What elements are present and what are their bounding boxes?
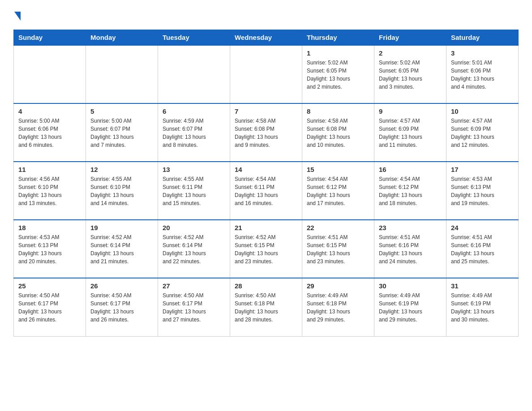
day-info: Sunrise: 4:57 AMSunset: 6:09 PMDaylight:… [379, 117, 442, 149]
day-number: 16 [379, 166, 442, 173]
calendar-cell: 2Sunrise: 5:02 AMSunset: 6:05 PMDaylight… [374, 45, 446, 103]
calendar-cell: 17Sunrise: 4:53 AMSunset: 6:13 PMDayligh… [446, 162, 519, 220]
day-number: 5 [90, 107, 153, 115]
day-number: 20 [163, 224, 225, 231]
calendar-cell: 30Sunrise: 4:49 AMSunset: 6:19 PMDayligh… [374, 278, 446, 336]
calendar-cell: 19Sunrise: 4:52 AMSunset: 6:14 PMDayligh… [86, 220, 158, 278]
day-header-friday: Friday [374, 30, 446, 46]
day-header-tuesday: Tuesday [158, 30, 230, 46]
calendar-cell [86, 45, 158, 103]
calendar-cell: 23Sunrise: 4:51 AMSunset: 6:16 PMDayligh… [374, 220, 446, 278]
day-number: 22 [307, 224, 369, 231]
calendar-cell: 27Sunrise: 4:50 AMSunset: 6:17 PMDayligh… [158, 278, 230, 336]
day-info: Sunrise: 4:49 AMSunset: 6:18 PMDaylight:… [307, 291, 369, 324]
day-info: Sunrise: 4:52 AMSunset: 6:14 PMDaylight:… [90, 233, 153, 265]
day-number: 17 [451, 166, 514, 173]
calendar-cell: 10Sunrise: 4:57 AMSunset: 6:09 PMDayligh… [446, 103, 519, 162]
calendar-cell [230, 45, 302, 103]
calendar-cell: 29Sunrise: 4:49 AMSunset: 6:18 PMDayligh… [302, 278, 374, 336]
calendar-cell: 14Sunrise: 4:54 AMSunset: 6:11 PMDayligh… [230, 162, 302, 220]
day-info: Sunrise: 4:53 AMSunset: 6:13 PMDaylight:… [451, 175, 514, 207]
calendar-cell [158, 45, 230, 103]
calendar-cell: 11Sunrise: 4:56 AMSunset: 6:10 PMDayligh… [14, 162, 86, 220]
day-info: Sunrise: 4:58 AMSunset: 6:08 PMDaylight:… [235, 117, 297, 149]
day-number: 19 [90, 224, 153, 231]
calendar-week-5: 25Sunrise: 4:50 AMSunset: 6:17 PMDayligh… [14, 278, 519, 336]
calendar-cell: 26Sunrise: 4:50 AMSunset: 6:17 PMDayligh… [86, 278, 158, 336]
day-info: Sunrise: 5:00 AMSunset: 6:07 PMDaylight:… [90, 117, 153, 149]
day-info: Sunrise: 4:54 AMSunset: 6:12 PMDaylight:… [307, 175, 369, 207]
calendar-cell: 31Sunrise: 4:49 AMSunset: 6:19 PMDayligh… [446, 278, 519, 336]
day-info: Sunrise: 4:51 AMSunset: 6:16 PMDaylight:… [379, 233, 442, 265]
day-header-monday: Monday [86, 30, 158, 46]
day-number: 30 [379, 282, 442, 290]
calendar-week-3: 11Sunrise: 4:56 AMSunset: 6:10 PMDayligh… [14, 162, 519, 220]
calendar-cell: 15Sunrise: 4:54 AMSunset: 6:12 PMDayligh… [302, 162, 374, 220]
calendar-cell: 28Sunrise: 4:50 AMSunset: 6:18 PMDayligh… [230, 278, 302, 336]
day-number: 21 [235, 224, 297, 231]
calendar-cell: 13Sunrise: 4:55 AMSunset: 6:11 PMDayligh… [158, 162, 230, 220]
day-number: 9 [379, 107, 442, 115]
calendar-cell: 6Sunrise: 4:59 AMSunset: 6:07 PMDaylight… [158, 103, 230, 162]
logo-triangle-icon [14, 12, 21, 21]
calendar-cell: 16Sunrise: 4:54 AMSunset: 6:12 PMDayligh… [374, 162, 446, 220]
day-info: Sunrise: 4:56 AMSunset: 6:10 PMDaylight:… [18, 175, 81, 207]
calendar-week-4: 18Sunrise: 4:53 AMSunset: 6:13 PMDayligh… [14, 220, 519, 278]
calendar-cell: 8Sunrise: 4:58 AMSunset: 6:08 PMDaylight… [302, 103, 374, 162]
day-number: 3 [451, 49, 514, 57]
day-info: Sunrise: 4:57 AMSunset: 6:09 PMDaylight:… [451, 117, 514, 149]
day-number: 18 [18, 224, 81, 231]
calendar-cell: 12Sunrise: 4:55 AMSunset: 6:10 PMDayligh… [86, 162, 158, 220]
day-number: 13 [163, 166, 225, 173]
day-info: Sunrise: 4:54 AMSunset: 6:11 PMDaylight:… [235, 175, 297, 207]
day-number: 7 [235, 107, 297, 115]
day-info: Sunrise: 4:49 AMSunset: 6:19 PMDaylight:… [379, 291, 442, 324]
day-number: 6 [163, 107, 225, 115]
day-info: Sunrise: 4:51 AMSunset: 6:15 PMDaylight:… [307, 233, 369, 265]
day-info: Sunrise: 4:59 AMSunset: 6:07 PMDaylight:… [163, 117, 225, 149]
day-number: 27 [163, 282, 225, 290]
calendar-cell: 22Sunrise: 4:51 AMSunset: 6:15 PMDayligh… [302, 220, 374, 278]
day-info: Sunrise: 5:01 AMSunset: 6:06 PMDaylight:… [451, 59, 514, 91]
calendar-week-1: 1Sunrise: 5:02 AMSunset: 6:05 PMDaylight… [14, 45, 519, 103]
day-number: 4 [18, 107, 81, 115]
calendar-cell: 18Sunrise: 4:53 AMSunset: 6:13 PMDayligh… [14, 220, 86, 278]
day-number: 12 [90, 166, 153, 173]
day-info: Sunrise: 4:52 AMSunset: 6:14 PMDaylight:… [163, 233, 225, 265]
calendar-cell: 25Sunrise: 4:50 AMSunset: 6:17 PMDayligh… [14, 278, 86, 336]
day-info: Sunrise: 4:49 AMSunset: 6:19 PMDaylight:… [451, 291, 514, 324]
day-number: 11 [18, 166, 81, 173]
day-info: Sunrise: 4:55 AMSunset: 6:11 PMDaylight:… [163, 175, 225, 207]
day-header-wednesday: Wednesday [230, 30, 302, 46]
calendar-week-2: 4Sunrise: 5:00 AMSunset: 6:06 PMDaylight… [14, 103, 519, 162]
day-info: Sunrise: 5:02 AMSunset: 6:05 PMDaylight:… [307, 59, 369, 91]
day-number: 31 [451, 282, 514, 290]
day-number: 29 [307, 282, 369, 290]
calendar-cell: 20Sunrise: 4:52 AMSunset: 6:14 PMDayligh… [158, 220, 230, 278]
calendar-cell: 3Sunrise: 5:01 AMSunset: 6:06 PMDaylight… [446, 45, 519, 103]
day-info: Sunrise: 4:53 AMSunset: 6:13 PMDaylight:… [18, 233, 81, 265]
day-info: Sunrise: 4:51 AMSunset: 6:16 PMDaylight:… [451, 233, 514, 265]
day-number: 24 [451, 224, 514, 231]
day-info: Sunrise: 5:00 AMSunset: 6:06 PMDaylight:… [18, 117, 81, 149]
calendar-cell: 21Sunrise: 4:52 AMSunset: 6:15 PMDayligh… [230, 220, 302, 278]
logo [13, 9, 21, 21]
calendar-header: SundayMondayTuesdayWednesdayThursdayFrid… [14, 30, 519, 46]
day-number: 15 [307, 166, 369, 173]
day-number: 25 [18, 282, 81, 290]
day-info: Sunrise: 4:50 AMSunset: 6:18 PMDaylight:… [235, 291, 297, 324]
day-header-saturday: Saturday [446, 30, 519, 46]
day-info: Sunrise: 4:54 AMSunset: 6:12 PMDaylight:… [379, 175, 442, 207]
page-header [13, 9, 519, 21]
day-number: 23 [379, 224, 442, 231]
calendar-cell: 24Sunrise: 4:51 AMSunset: 6:16 PMDayligh… [446, 220, 519, 278]
day-number: 2 [379, 49, 442, 57]
calendar-cell [14, 45, 86, 103]
calendar-cell: 5Sunrise: 5:00 AMSunset: 6:07 PMDaylight… [86, 103, 158, 162]
day-number: 8 [307, 107, 369, 115]
day-info: Sunrise: 4:50 AMSunset: 6:17 PMDaylight:… [163, 291, 225, 324]
day-number: 26 [90, 282, 153, 290]
day-number: 10 [451, 107, 514, 115]
day-info: Sunrise: 4:50 AMSunset: 6:17 PMDaylight:… [90, 291, 153, 324]
day-info: Sunrise: 4:55 AMSunset: 6:10 PMDaylight:… [90, 175, 153, 207]
